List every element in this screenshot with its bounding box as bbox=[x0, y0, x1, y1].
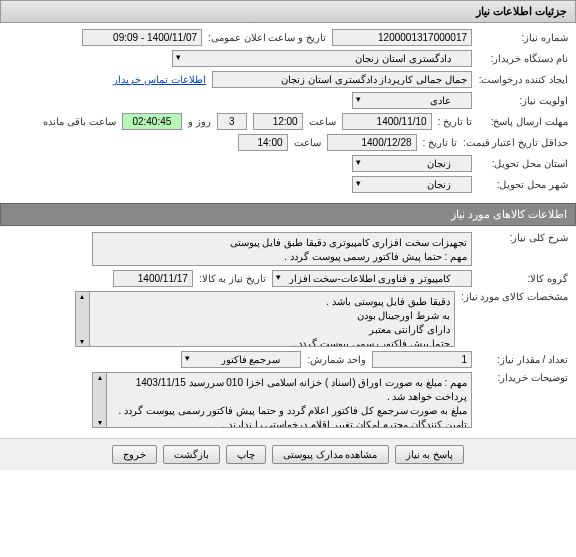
spec-scrollbar[interactable]: ▴▾ bbox=[75, 291, 89, 347]
group-select[interactable]: کامپیوتر و فناوری اطلاعات-سخت افزار bbox=[272, 270, 472, 287]
desc-textarea bbox=[92, 232, 472, 266]
deadline-time-input bbox=[253, 113, 303, 130]
delivery-province-label: استان محل تحویل: bbox=[478, 158, 568, 169]
desc-label: شرح کلی نیاز: bbox=[478, 232, 568, 243]
spec-label: مشخصات کالای مورد نیاز: bbox=[461, 291, 568, 302]
notes-scrollbar[interactable]: ▴▾ bbox=[92, 372, 106, 428]
need-no-label: شماره نیاز: bbox=[478, 32, 568, 43]
min-validity-label: حداقل تاریخ اعتبار قیمت: bbox=[463, 137, 568, 148]
time-label-2: ساعت bbox=[294, 137, 321, 148]
priority-select[interactable]: عادی bbox=[352, 92, 472, 109]
announce-label: تاریخ و ساعت اعلان عمومی: bbox=[208, 32, 326, 43]
delivery-city-label: شهر محل تحویل: bbox=[478, 179, 568, 190]
scroll-down-icon[interactable]: ▾ bbox=[80, 337, 84, 346]
days-label: روز و bbox=[188, 116, 211, 127]
need-to-label: تاریخ نیاز به کالا: bbox=[199, 273, 266, 284]
creator-label: ایجاد کننده درخواست: bbox=[478, 74, 568, 85]
buyer-select[interactable]: دادگستری استان زنجان bbox=[172, 50, 472, 67]
spec-textarea[interactable] bbox=[89, 291, 455, 347]
unit-label: واحد شمارش: bbox=[307, 354, 366, 365]
reply-button[interactable]: پاسخ به نیاز bbox=[395, 445, 465, 464]
need-no-input bbox=[332, 29, 472, 46]
time-remain-input bbox=[122, 113, 182, 130]
section-goods-header: اطلاعات کالاهای مورد نیاز bbox=[0, 203, 576, 226]
remain-label: ساعت باقی مانده bbox=[43, 116, 116, 127]
announce-input bbox=[82, 29, 202, 46]
back-button[interactable]: بازگشت bbox=[163, 445, 220, 464]
buyer-notes-textarea[interactable] bbox=[106, 372, 472, 428]
to-date-label-1: تا تاریخ : bbox=[438, 116, 472, 127]
min-validity-time-input bbox=[238, 134, 288, 151]
contact-link[interactable]: اطلاعات تماس خریدار bbox=[113, 74, 206, 85]
scroll-up-icon[interactable]: ▴ bbox=[98, 373, 102, 382]
creator-input bbox=[212, 71, 472, 88]
days-remain-input bbox=[217, 113, 247, 130]
deadline-date-input bbox=[342, 113, 432, 130]
group-label: گروه کالا: bbox=[478, 273, 568, 284]
buyer-label: نام دستگاه خریدار: bbox=[478, 53, 568, 64]
titlebar: جزئیات اطلاعات نیاز bbox=[0, 0, 576, 23]
deadline-reply-label: مهلت ارسال پاسخ: bbox=[478, 116, 568, 127]
to-date-label-2: تا تاریخ : bbox=[423, 137, 457, 148]
unit-select[interactable]: سرجمع فاکتور bbox=[181, 351, 301, 368]
min-validity-date-input bbox=[327, 134, 417, 151]
priority-label: اولویت نیاز: bbox=[478, 95, 568, 106]
delivery-city-select[interactable]: زنجان bbox=[352, 176, 472, 193]
print-button[interactable]: چاپ bbox=[226, 445, 266, 464]
delivery-province-select[interactable]: زنجان bbox=[352, 155, 472, 172]
scroll-up-icon[interactable]: ▴ bbox=[80, 292, 84, 301]
exit-button[interactable]: خروج bbox=[112, 445, 157, 464]
time-label-1: ساعت bbox=[309, 116, 336, 127]
button-bar: پاسخ به نیاز مشاهده مدارک پیوستی چاپ باز… bbox=[0, 438, 576, 470]
need-to-date-input bbox=[113, 270, 193, 287]
attachments-button[interactable]: مشاهده مدارک پیوستی bbox=[272, 445, 389, 464]
scroll-down-icon[interactable]: ▾ bbox=[98, 418, 102, 427]
qty-label: تعداد / مقدار نیاز: bbox=[478, 354, 568, 365]
buyer-notes-label: توضیحات خریدار: bbox=[478, 372, 568, 383]
qty-input bbox=[372, 351, 472, 368]
